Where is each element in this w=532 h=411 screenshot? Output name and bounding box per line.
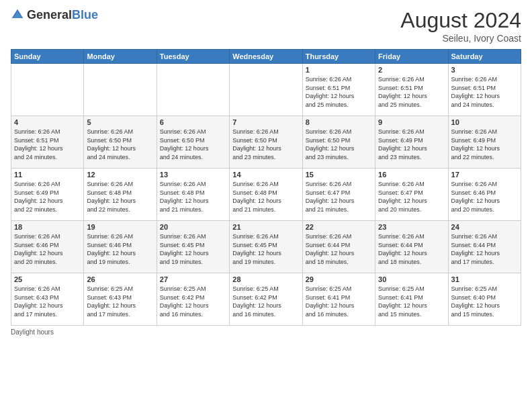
day-number: 9 [378,118,445,126]
day-info: Sunrise: 6:25 AM Sunset: 6:40 PM Dayligh… [451,285,518,318]
header-cell-wednesday: Wednesday [230,50,302,64]
day-cell: 9Sunrise: 6:26 AM Sunset: 6:49 PM Daylig… [375,116,448,169]
day-number: 25 [14,275,81,283]
day-number: 15 [306,171,372,179]
day-info: Sunrise: 6:26 AM Sunset: 6:45 PM Dayligh… [232,232,299,266]
day-info: Sunrise: 6:26 AM Sunset: 6:47 PM Dayligh… [378,180,445,214]
day-info: Sunrise: 6:26 AM Sunset: 6:48 PM Dayligh… [232,180,299,214]
day-cell: 19Sunrise: 6:26 AM Sunset: 6:46 PM Dayli… [84,221,157,273]
day-number: 5 [87,118,153,126]
day-info: Sunrise: 6:26 AM Sunset: 6:48 PM Dayligh… [160,180,226,214]
day-info: Sunrise: 6:26 AM Sunset: 6:51 PM Dayligh… [378,75,445,109]
day-cell: 6Sunrise: 6:26 AM Sunset: 6:50 PM Daylig… [157,116,229,169]
week-row-2: 4Sunrise: 6:26 AM Sunset: 6:51 PM Daylig… [11,116,521,169]
day-number: 2 [378,66,445,74]
day-number: 14 [232,171,299,179]
day-cell: 24Sunrise: 6:26 AM Sunset: 6:44 PM Dayli… [448,221,521,273]
day-info: Sunrise: 6:26 AM Sunset: 6:49 PM Dayligh… [14,180,81,214]
logo-text: GeneralBlue [27,9,98,21]
title-block: August 2024 Seileu, Ivory Coast [400,8,521,44]
day-info: Sunrise: 6:26 AM Sunset: 6:44 PM Dayligh… [306,232,372,266]
day-info: Sunrise: 6:26 AM Sunset: 6:44 PM Dayligh… [451,232,518,266]
day-cell: 3Sunrise: 6:26 AM Sunset: 6:51 PM Daylig… [448,64,521,116]
day-number: 30 [378,275,445,283]
day-info: Sunrise: 6:26 AM Sunset: 6:49 PM Dayligh… [451,128,518,161]
day-number: 22 [306,223,372,231]
day-cell: 23Sunrise: 6:26 AM Sunset: 6:44 PM Dayli… [375,221,448,273]
day-number: 13 [160,171,226,179]
day-info: Sunrise: 6:26 AM Sunset: 6:50 PM Dayligh… [232,128,299,161]
day-cell: 31Sunrise: 6:25 AM Sunset: 6:40 PM Dayli… [448,273,521,326]
day-number: 29 [306,275,372,283]
header-cell-thursday: Thursday [302,50,375,64]
day-cell: 18Sunrise: 6:26 AM Sunset: 6:46 PM Dayli… [11,221,84,273]
day-number: 21 [232,223,299,231]
header-cell-monday: Monday [84,50,157,64]
day-info: Sunrise: 6:26 AM Sunset: 6:51 PM Dayligh… [306,75,372,109]
header-row: SundayMondayTuesdayWednesdayThursdayFrid… [11,50,521,64]
day-info: Sunrise: 6:26 AM Sunset: 6:51 PM Dayligh… [14,128,81,161]
day-cell: 14Sunrise: 6:26 AM Sunset: 6:48 PM Dayli… [230,169,302,221]
location: Seileu, Ivory Coast [400,33,521,44]
week-row-3: 11Sunrise: 6:26 AM Sunset: 6:49 PM Dayli… [11,169,521,221]
day-cell: 5Sunrise: 6:26 AM Sunset: 6:50 PM Daylig… [84,116,157,169]
day-number: 12 [87,171,153,179]
page: GeneralBlue August 2024 Seileu, Ivory Co… [0,0,532,411]
day-info: Sunrise: 6:26 AM Sunset: 6:43 PM Dayligh… [14,285,81,318]
day-number: 16 [378,171,445,179]
day-number: 4 [14,118,81,126]
day-info: Sunrise: 6:25 AM Sunset: 6:43 PM Dayligh… [87,285,153,318]
day-number: 24 [451,223,518,231]
day-cell: 20Sunrise: 6:26 AM Sunset: 6:45 PM Dayli… [157,221,229,273]
day-info: Sunrise: 6:26 AM Sunset: 6:50 PM Dayligh… [306,128,372,161]
day-cell: 7Sunrise: 6:26 AM Sunset: 6:50 PM Daylig… [230,116,302,169]
day-number: 28 [232,275,299,283]
day-cell: 13Sunrise: 6:26 AM Sunset: 6:48 PM Dayli… [157,169,229,221]
day-number: 20 [160,223,226,231]
day-number: 23 [378,223,445,231]
day-number: 26 [87,275,153,283]
day-info: Sunrise: 6:25 AM Sunset: 6:41 PM Dayligh… [306,285,372,318]
day-info: Sunrise: 6:26 AM Sunset: 6:50 PM Dayligh… [160,128,226,161]
day-info: Sunrise: 6:26 AM Sunset: 6:46 PM Dayligh… [14,232,81,266]
day-cell: 11Sunrise: 6:26 AM Sunset: 6:49 PM Dayli… [11,169,84,221]
day-cell: 21Sunrise: 6:26 AM Sunset: 6:45 PM Dayli… [230,221,302,273]
calendar-table: SundayMondayTuesdayWednesdayThursdayFrid… [11,49,521,326]
day-info: Sunrise: 6:26 AM Sunset: 6:46 PM Dayligh… [87,232,153,266]
day-number: 6 [160,118,226,126]
day-cell: 28Sunrise: 6:25 AM Sunset: 6:42 PM Dayli… [230,273,302,326]
day-cell [84,64,157,116]
header-cell-sunday: Sunday [11,50,84,64]
logo: GeneralBlue [11,8,98,21]
month-year: August 2024 [400,8,521,33]
day-number: 31 [451,275,518,283]
day-cell [157,64,229,116]
day-info: Sunrise: 6:26 AM Sunset: 6:47 PM Dayligh… [306,180,372,214]
day-cell: 30Sunrise: 6:25 AM Sunset: 6:41 PM Dayli… [375,273,448,326]
day-cell: 16Sunrise: 6:26 AM Sunset: 6:47 PM Dayli… [375,169,448,221]
header-cell-friday: Friday [375,50,448,64]
footer: Daylight hours [11,328,521,336]
week-row-4: 18Sunrise: 6:26 AM Sunset: 6:46 PM Dayli… [11,221,521,273]
day-number: 17 [451,171,518,179]
day-number: 1 [306,66,372,74]
day-cell [230,64,302,116]
day-cell: 17Sunrise: 6:26 AM Sunset: 6:46 PM Dayli… [448,169,521,221]
day-cell: 12Sunrise: 6:26 AM Sunset: 6:48 PM Dayli… [84,169,157,221]
header-cell-saturday: Saturday [448,50,521,64]
day-info: Sunrise: 6:25 AM Sunset: 6:41 PM Dayligh… [378,285,445,318]
logo-icon [11,8,24,21]
day-cell: 29Sunrise: 6:25 AM Sunset: 6:41 PM Dayli… [302,273,375,326]
week-row-1: 1Sunrise: 6:26 AM Sunset: 6:51 PM Daylig… [11,64,521,116]
week-row-5: 25Sunrise: 6:26 AM Sunset: 6:43 PM Dayli… [11,273,521,326]
day-number: 11 [14,171,81,179]
day-number: 7 [232,118,299,126]
day-cell: 25Sunrise: 6:26 AM Sunset: 6:43 PM Dayli… [11,273,84,326]
header: GeneralBlue August 2024 Seileu, Ivory Co… [11,8,521,44]
day-info: Sunrise: 6:26 AM Sunset: 6:50 PM Dayligh… [87,128,153,161]
day-cell: 10Sunrise: 6:26 AM Sunset: 6:49 PM Dayli… [448,116,521,169]
header-cell-tuesday: Tuesday [157,50,229,64]
day-cell: 1Sunrise: 6:26 AM Sunset: 6:51 PM Daylig… [302,64,375,116]
day-info: Sunrise: 6:26 AM Sunset: 6:44 PM Dayligh… [378,232,445,266]
day-cell: 2Sunrise: 6:26 AM Sunset: 6:51 PM Daylig… [375,64,448,116]
